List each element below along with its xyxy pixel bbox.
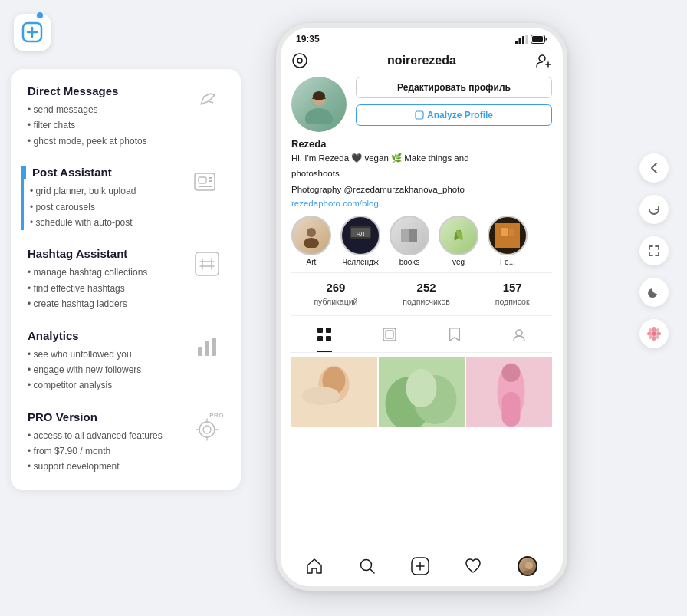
status-time: 19:35: [296, 34, 320, 44]
analyze-profile-button[interactable]: Analyze Profile: [356, 104, 552, 126]
tab-grid[interactable]: [317, 321, 332, 352]
profile-link[interactable]: rezedaphoto.com/blog: [291, 199, 552, 208]
section-hashtag[interactable]: Hashtag Assistant manage hashtag collect…: [28, 247, 224, 311]
section-analytics[interactable]: Analytics see who unfollowed you engage …: [28, 329, 224, 394]
svg-rect-3: [209, 177, 212, 179]
story-art[interactable]: Art: [291, 216, 331, 266]
svg-point-10: [199, 422, 215, 437]
story-challenge-label: Челлендж: [342, 258, 378, 266]
analytics-icon: [190, 329, 224, 363]
pro-item-1: access to all advanced features: [28, 428, 182, 443]
photo-cell-3[interactable]: [466, 357, 552, 427]
flower-button[interactable]: [639, 319, 669, 348]
svg-rect-15: [526, 35, 528, 44]
tab-reels[interactable]: [382, 321, 397, 352]
svg-rect-33: [495, 223, 520, 248]
svg-rect-34: [501, 228, 508, 236]
stat-posts-num: 269: [314, 281, 357, 294]
ig-username: noirerezeda: [387, 54, 456, 68]
ig-header: noirerezeda: [291, 48, 552, 77]
back-button[interactable]: [639, 153, 669, 183]
svg-point-62: [647, 332, 652, 336]
stat-following-label: подписок: [495, 297, 530, 306]
story-fo[interactable]: Fo...: [488, 216, 528, 266]
svg-point-26: [307, 228, 316, 237]
svg-point-60: [652, 327, 656, 331]
heart-nav-icon[interactable]: [465, 558, 482, 575]
dark-mode-button[interactable]: [639, 278, 669, 307]
sidebar: Direct Messages send messages filter cha…: [11, 69, 241, 490]
svg-point-58: [522, 570, 536, 576]
add-post-nav-icon[interactable]: [411, 557, 429, 575]
refresh-button[interactable]: [639, 195, 669, 224]
phone-mockup: 19:35: [276, 23, 567, 591]
story-books[interactable]: books: [390, 216, 429, 266]
stat-followers-label: подписчиков: [403, 297, 450, 306]
svg-rect-12: [515, 41, 518, 44]
section-items-pro: access to all advanced features from $7.…: [28, 428, 182, 475]
ig-bottom-nav: [281, 545, 563, 586]
svg-rect-54: [502, 392, 521, 427]
profile-section: Редактировать профиль Analyze Profile: [291, 77, 552, 132]
svg-point-22: [305, 108, 333, 124]
profile-nav-avatar[interactable]: [518, 556, 537, 576]
settings-icon[interactable]: [291, 52, 308, 69]
section-title-dm: Direct Messages: [28, 84, 182, 97]
profile-bio-line2: photoshoots: [291, 167, 552, 180]
svg-rect-17: [532, 36, 543, 42]
stat-posts-label: публикаций: [314, 297, 357, 306]
phone-screen: 19:35: [276, 23, 567, 591]
svg-rect-37: [326, 328, 331, 333]
pro-badge: PRO: [209, 412, 224, 419]
svg-point-27: [304, 238, 319, 248]
story-veg-label: veg: [452, 258, 465, 266]
svg-rect-14: [522, 36, 524, 44]
svg-point-57: [525, 562, 533, 569]
profile-bio-line1: Hi, I'm Rezeda 🖤 vegan 🌿 Make things and: [291, 152, 552, 165]
status-icons: [515, 35, 547, 44]
stat-followers: 252 подписчиков: [403, 281, 450, 308]
story-veg[interactable]: veg: [439, 216, 478, 266]
hashtag-item-3: create hashtag ladders: [28, 296, 182, 311]
home-nav-icon[interactable]: [306, 558, 323, 575]
tab-tagged[interactable]: [511, 321, 527, 352]
svg-text:ЧЛ: ЧЛ: [357, 230, 365, 237]
section-title-hashtag: Hashtag Assistant: [28, 247, 182, 260]
pro-item-3: support development: [28, 459, 182, 474]
profile-actions: Редактировать профиль Analyze Profile: [356, 77, 552, 126]
svg-rect-2: [199, 177, 206, 183]
dm-item-1: send messages: [28, 102, 182, 117]
photo-cell-2[interactable]: [379, 357, 465, 427]
pro-item-2: from $7.90 / month: [28, 443, 182, 459]
tab-saved[interactable]: [448, 321, 462, 352]
search-nav-icon[interactable]: [359, 558, 376, 575]
status-bar: 19:35: [281, 28, 563, 48]
svg-rect-39: [326, 336, 331, 341]
story-art-label: Art: [307, 258, 317, 266]
signal-icon: [515, 35, 528, 44]
expand-button[interactable]: [639, 236, 669, 265]
svg-rect-6: [196, 252, 219, 275]
svg-point-20: [539, 55, 545, 61]
svg-rect-35: [509, 229, 514, 236]
section-title-analytics: Analytics: [28, 329, 182, 342]
photo-cell-1[interactable]: [291, 357, 377, 427]
edit-profile-button[interactable]: Редактировать профиль: [356, 77, 552, 98]
analytics-item-3: competitor analysis: [28, 377, 182, 393]
svg-point-18: [293, 54, 307, 68]
stat-posts: 269 публикаций: [314, 281, 357, 308]
svg-point-63: [656, 332, 661, 336]
battery-icon: [531, 35, 547, 44]
app-logo[interactable]: [14, 14, 51, 51]
svg-point-61: [652, 336, 656, 341]
section-pro[interactable]: PRO Version access to all advanced featu…: [28, 410, 224, 475]
section-direct-messages[interactable]: Direct Messages send messages filter cha…: [28, 84, 224, 149]
svg-rect-32: [409, 229, 417, 242]
add-user-icon[interactable]: [535, 52, 552, 69]
stats-row: 269 публикаций 252 подписчиков 157 подпи…: [291, 272, 552, 316]
story-challenge[interactable]: ЧЛ Челлендж: [340, 216, 380, 266]
profile-bio-photography: Photography @rezedamurzakhanova_photo: [291, 183, 552, 196]
section-post-assistant[interactable]: Post Assistant grid planner, bulk upload…: [21, 166, 224, 230]
dm-icon: [190, 84, 224, 118]
section-items-analytics: see who unfollowed you engage with new f…: [28, 347, 182, 394]
